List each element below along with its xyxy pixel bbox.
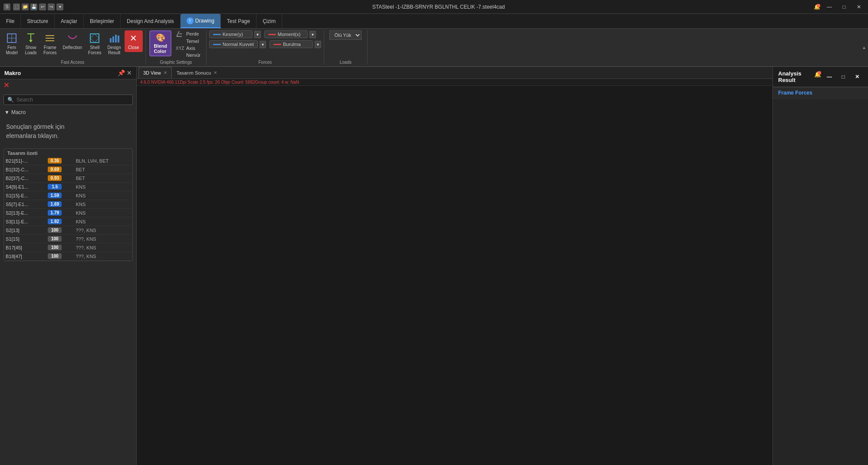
maximize-button[interactable]: □: [838, 1, 850, 13]
temel-item[interactable]: Temel: [184, 38, 201, 44]
row-desc: BET: [74, 174, 132, 183]
ribbon-group-loads: Ölü Yük Loads: [324, 30, 368, 65]
tab-drawing[interactable]: T Drawing: [181, 14, 221, 28]
analysis-minimize[interactable]: —: [824, 71, 835, 82]
macro-close-button[interactable]: ✕: [0, 79, 136, 91]
axis-item[interactable]: Axis: [184, 45, 197, 51]
minimize-button[interactable]: —: [824, 1, 835, 13]
design-table-row[interactable]: S2[13] 100 ???, KNS: [4, 226, 132, 235]
deflection-button[interactable]: Deflection: [60, 30, 85, 52]
analysis-result-panel: Analysis Result 🔔 — □ ✕ Frame Forces: [773, 67, 868, 465]
tab-testpage[interactable]: Test Page: [221, 14, 256, 28]
row-desc: BET: [74, 165, 132, 174]
show-loads-button[interactable]: ShowLoads: [22, 30, 40, 57]
moment-x-button[interactable]: Moment(x): [264, 30, 308, 38]
kesme-y-button[interactable]: Kesme(y): [209, 30, 253, 38]
analysis-panel-title: Analysis Result: [778, 70, 814, 83]
more-icon[interactable]: ▾: [56, 3, 63, 10]
burulma-line: [273, 44, 281, 45]
row-id: S1[15]-E...: [4, 191, 46, 200]
analysis-subtitle-text: Frame Forces: [778, 90, 812, 96]
design-table-row[interactable]: S4[9]-E1... 1.5 KNS: [4, 183, 132, 191]
row-badge: 1.5: [46, 183, 74, 191]
blend-color-button[interactable]: 🎨 BlendColor: [149, 30, 171, 56]
moment-x-chevron[interactable]: ▾: [309, 31, 316, 38]
loads-items: Ölü Yük: [329, 30, 362, 58]
deflection-icon: [66, 32, 79, 44]
analysis-panel-header: Analysis Result 🔔 — □ ✕: [773, 67, 868, 87]
design-table-row[interactable]: B2[37]-C... 0.93 BET: [4, 174, 132, 183]
nervur-item[interactable]: Nervür: [184, 52, 202, 58]
tab-file[interactable]: File: [0, 14, 21, 28]
search-input[interactable]: [16, 97, 129, 103]
tab-tasarim-sonucu-close[interactable]: ✕: [214, 70, 217, 75]
design-table-row[interactable]: S2[13]-E... 1.79 KNS: [4, 209, 132, 217]
row-badge: 100: [46, 226, 74, 235]
design-table-row[interactable]: B1[32]-C... 0.69 BET: [4, 165, 132, 174]
fem-model-button[interactable]: FemModel: [3, 30, 21, 57]
macro-section-label: Macro: [11, 109, 26, 115]
open-icon[interactable]: 📁: [22, 3, 29, 10]
design-table-row[interactable]: B21[51]-... 0.36 BLN, LVH, BET: [4, 157, 132, 165]
tab-birlesimler[interactable]: Birleşimler: [84, 14, 121, 28]
frame-forces-button[interactable]: FrameForces: [41, 30, 59, 57]
normal-kuvvet-chevron[interactable]: ▾: [260, 41, 266, 48]
search-box: 🔍: [3, 95, 133, 105]
ribbon: File Structure Araçlar Birleşimler Desig…: [0, 14, 868, 67]
analysis-maximize[interactable]: □: [838, 71, 849, 82]
analysis-close[interactable]: ✕: [852, 71, 863, 82]
burulma-chevron[interactable]: ▾: [315, 41, 321, 48]
row-id: S4[9]-E1...: [4, 183, 46, 191]
kesme-y-chevron[interactable]: ▾: [254, 31, 261, 38]
burulma-button[interactable]: Burulma: [270, 40, 313, 48]
design-table-row[interactable]: B18[47] 100 ???, KNS: [4, 252, 132, 261]
ribbon-group-graphic: 🎨 BlendColor Perde Temel XYZ Axis: [146, 30, 207, 65]
analysis-bell-button[interactable]: 🔔: [814, 71, 821, 82]
close-button[interactable]: ✕: [853, 1, 865, 13]
panel-close-x[interactable]: ✕: [127, 69, 132, 76]
design-table-row[interactable]: S1[15] 100 ???, KNS: [4, 235, 132, 243]
tab-cizim[interactable]: Çizim: [256, 14, 282, 28]
new-icon[interactable]: ⬚: [13, 3, 20, 10]
notification-bell[interactable]: 🔔: [814, 4, 820, 10]
row-id: B18[47]: [4, 252, 46, 261]
loads-select[interactable]: Ölü Yük: [329, 30, 362, 40]
ribbon-tab-bar: File Structure Araçlar Birleşimler Desig…: [0, 14, 868, 29]
redo-icon[interactable]: ↪: [48, 3, 55, 10]
design-table-row[interactable]: S5[7]-E1... 1.69 KNS: [4, 200, 132, 209]
normal-kuvvet-line: [213, 44, 221, 45]
undo-icon[interactable]: ↩: [39, 3, 46, 10]
graphic-settings-label: Graphic Settings: [160, 60, 192, 65]
title-bar: S ⬚ 📁 💾 ↩ ↪ ▾ STASteel -1-IZBB-SRNYR BGL…: [0, 0, 868, 14]
design-table-row[interactable]: S1[15]-E... 1.59 KNS: [4, 191, 132, 200]
macro-section[interactable]: ▼ Macro: [0, 107, 136, 118]
analysis-panel-subtitle[interactable]: Frame Forces: [773, 87, 868, 99]
close-ribbon-button[interactable]: ✕ Close: [125, 30, 143, 52]
tab-araclar[interactable]: Araçlar: [55, 14, 84, 28]
design-result-button[interactable]: DesignResult: [105, 30, 124, 57]
row-id: S3[11]-E...: [4, 217, 46, 226]
panel-title: Makro: [4, 70, 21, 76]
row-badge: 1.79: [46, 209, 74, 217]
quick-access: ⬚ 📁 💾 ↩ ↪ ▾: [13, 3, 63, 10]
tab-3d-view-close[interactable]: ✕: [164, 70, 167, 75]
tab-tasarim-sonucu[interactable]: Tasarım Sonucu ✕: [172, 67, 222, 79]
tab-design[interactable]: Design And Analysis: [121, 14, 181, 28]
ribbon-collapse-button[interactable]: ▲: [862, 45, 866, 50]
row-desc: ???, KNS: [74, 226, 132, 235]
tab-3d-view[interactable]: 3D View ✕: [138, 67, 172, 79]
shell-forces-button[interactable]: ShellForces: [85, 30, 104, 57]
row-desc: ???, KNS: [74, 235, 132, 243]
forces-row-2: Normal Kuvvet ▾ Burulma ▾: [209, 40, 321, 48]
design-table-row[interactable]: S3[11]-E... 1.92 KNS: [4, 217, 132, 226]
design-table-row[interactable]: B17[45] 100 ???, KNS: [4, 243, 132, 252]
perde-item[interactable]: Perde: [184, 31, 201, 37]
design-table: B21[51]-... 0.36 BLN, LVH, BET B1[32]-C.…: [4, 157, 132, 261]
normal-kuvvet-button[interactable]: Normal Kuvvet: [209, 40, 258, 48]
row-badge: 100: [46, 235, 74, 243]
tab-structure[interactable]: Structure: [21, 14, 55, 28]
save-icon[interactable]: 💾: [30, 3, 37, 10]
chevron-down-icon: ▼: [4, 109, 10, 115]
panel-pin-button[interactable]: 📌: [118, 69, 125, 76]
info-text: 4.6.0 NVIDIA 466.11Dpi Scale 2.5 fps: 26…: [140, 80, 299, 85]
